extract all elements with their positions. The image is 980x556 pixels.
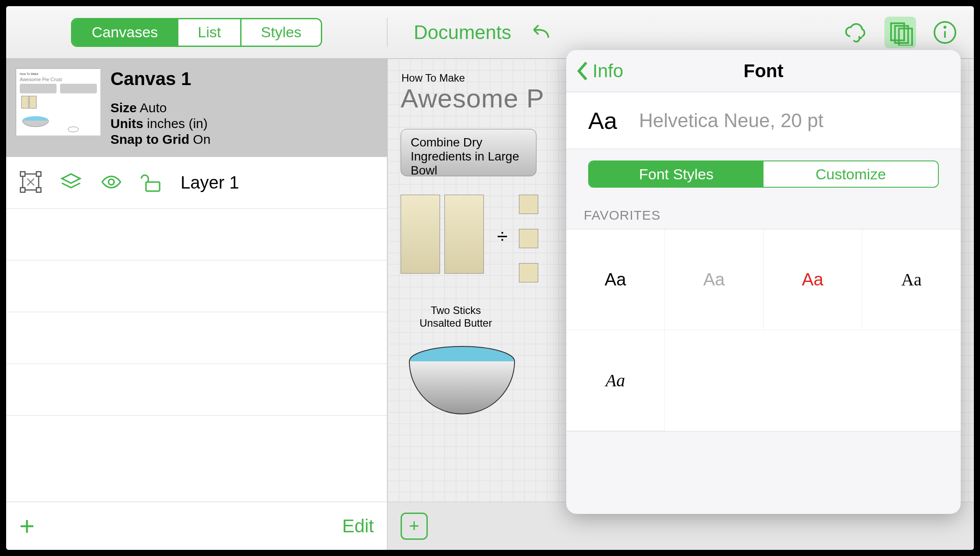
favorites-heading: FAVORITES [566,199,961,229]
svg-rect-10 [60,84,97,93]
cloud-sync-icon[interactable] [840,17,871,48]
font-favorite-cell[interactable]: Aa [566,330,665,431]
list-item [6,209,387,260]
canvas-info[interactable]: How To Make Awesome Pie Crust Canvas 1 S… [6,59,387,157]
documents-button[interactable]: Documents [414,21,511,43]
font-favorite-cell[interactable]: Aa [763,229,862,330]
svg-rect-16 [21,171,25,176]
font-sample-icon: Aa [588,107,617,134]
list-item [6,260,387,312]
tab-font-styles[interactable]: Font Styles [589,161,763,187]
tab-styles[interactable]: Styles [240,19,321,46]
eye-icon[interactable] [100,171,123,195]
tab-customize[interactable]: Customize [763,161,938,187]
svg-text:How To Make: How To Make [20,72,38,75]
font-segmented-control: Font Styles Customize [588,160,939,188]
bowl-graphic[interactable] [405,344,519,427]
popover-title: Font [566,61,961,82]
favorites-grid: AaAaAaAaAa [566,229,961,431]
doc-subtitle: How To Make [401,72,465,84]
back-button[interactable]: Info [574,61,623,82]
svg-rect-11 [21,96,28,108]
svg-rect-18 [21,188,25,192]
svg-rect-21 [146,182,160,191]
font-preview-row[interactable]: Aa Helvetica Neue, 20 pt [566,92,961,149]
layer-row[interactable]: Layer 1 [6,157,387,209]
edit-button[interactable]: Edit [342,516,374,537]
tab-list[interactable]: List [177,19,240,46]
font-favorite-cell[interactable]: Aa [665,229,763,330]
sidebar-footer: + Edit [6,502,387,550]
cubes-graphic[interactable] [519,195,538,297]
lock-open-icon[interactable] [140,171,163,195]
divide-symbol: ÷ [497,225,508,247]
add-layer-button[interactable]: + [19,511,35,541]
sidebar: How To Make Awesome Pie Crust Canvas 1 S… [6,59,387,550]
font-description: Helvetica Neue, 20 pt [639,110,824,132]
selection-icon [19,171,42,195]
list-item [6,312,387,364]
doc-title: Awesome P [401,83,544,114]
popover-header: Info Font [566,50,961,92]
svg-rect-12 [29,96,36,108]
instruction-box[interactable]: Combine Dry Ingredients in Large Bowl [401,129,536,176]
font-favorite-cell[interactable]: Aa [862,229,961,330]
svg-rect-17 [36,171,41,176]
svg-rect-9 [20,84,57,93]
canvas-meta: Canvas 1 Size Auto Units inches (in) Sna… [110,68,210,147]
svg-rect-19 [36,188,41,192]
canvas-title: Canvas 1 [110,68,210,89]
inspector-tabs-icon[interactable] [884,17,916,48]
view-segmented-control: Canvases List Styles [71,18,322,47]
layers-icon[interactable] [60,171,82,195]
svg-point-20 [109,179,114,185]
add-shape-button[interactable]: + [401,513,428,540]
butter-sticks-graphic[interactable] [401,195,484,274]
font-popover: Info Font Aa Helvetica Neue, 20 pt Font … [566,50,961,514]
svg-text:Awesome Pie Crust: Awesome Pie Crust [20,77,62,82]
info-icon[interactable] [929,17,961,48]
canvas-thumbnail: How To Make Awesome Pie Crust [16,68,100,135]
font-favorite-cell[interactable]: Aa [566,229,665,330]
layer-label: Layer 1 [181,173,239,192]
tab-canvases[interactable]: Canvases [72,19,177,46]
butter-caption: Two Sticks Unsalted Butter [408,304,504,330]
svg-point-5 [944,26,946,28]
list-item [6,364,387,416]
undo-icon[interactable] [525,17,556,48]
